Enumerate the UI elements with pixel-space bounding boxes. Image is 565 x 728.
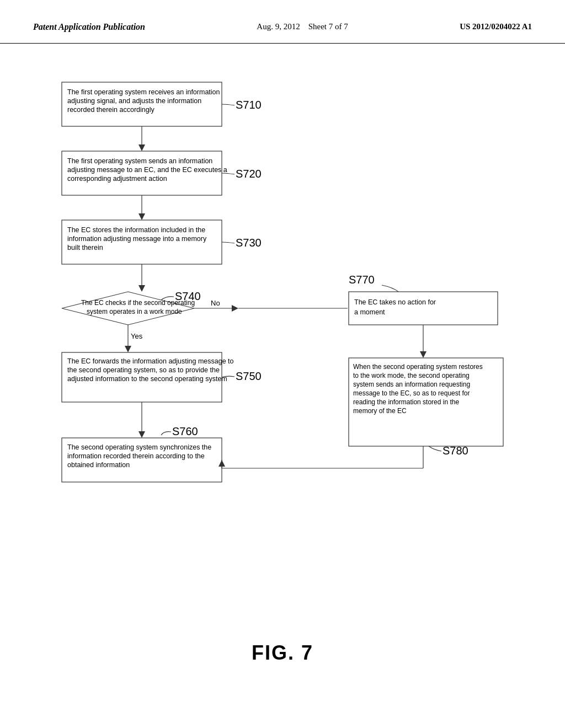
svg-text:The EC stores the information : The EC stores the information included i… bbox=[67, 226, 205, 234]
svg-text:adjusting signal, and adjusts : adjusting signal, and adjusts the inform… bbox=[67, 97, 201, 105]
diagram-area: The first operating system receives an i… bbox=[0, 44, 565, 619]
svg-text:S720: S720 bbox=[236, 168, 262, 180]
svg-text:corresponding adjustment actio: corresponding adjustment action bbox=[67, 175, 167, 183]
svg-text:S770: S770 bbox=[349, 274, 375, 286]
svg-marker-27 bbox=[125, 346, 131, 352]
svg-text:S780: S780 bbox=[443, 445, 468, 457]
header-date-sheet: Aug. 9, 2012 Sheet 7 of 7 bbox=[257, 22, 348, 31]
figure-label: FIG. 7 bbox=[0, 641, 565, 665]
svg-text:When the second operating syst: When the second operating system restore… bbox=[353, 363, 483, 371]
svg-text:information recorded therein a: information recorded therein according t… bbox=[67, 452, 205, 460]
patent-title: Patent Application Publication bbox=[33, 22, 145, 32]
svg-text:The second operating system sy: The second operating system synchronizes… bbox=[67, 443, 211, 451]
svg-text:No: No bbox=[211, 299, 220, 307]
svg-text:adjusting message to an EC, an: adjusting message to an EC, and the EC e… bbox=[67, 166, 227, 174]
patent-number: US 2012/0204022 A1 bbox=[460, 22, 532, 31]
svg-text:The EC forwards the informatio: The EC forwards the information adjustin… bbox=[67, 357, 234, 365]
svg-text:The first operating system rec: The first operating system receives an i… bbox=[67, 88, 220, 96]
svg-marker-20 bbox=[138, 285, 145, 292]
svg-text:Yes: Yes bbox=[131, 332, 143, 340]
svg-text:to the work mode, the second o: to the work mode, the second operating bbox=[353, 372, 470, 379]
svg-text:system operates in a work mode: system operates in a work mode bbox=[87, 308, 182, 315]
svg-marker-37 bbox=[138, 431, 145, 438]
svg-text:The first operating system sen: The first operating system sends an info… bbox=[67, 157, 212, 165]
svg-text:S750: S750 bbox=[236, 370, 262, 382]
svg-text:S730: S730 bbox=[236, 237, 262, 249]
svg-text:the second operating system, s: the second operating system, so as to pr… bbox=[67, 366, 220, 374]
flowchart-svg: The first operating system receives an i… bbox=[45, 71, 520, 601]
svg-text:memory of the EC: memory of the EC bbox=[353, 407, 407, 415]
svg-text:S760: S760 bbox=[172, 425, 198, 437]
svg-text:S710: S710 bbox=[236, 99, 262, 111]
svg-text:message to the EC, so as to re: message to the EC, so as to request for bbox=[353, 389, 470, 397]
flowchart: The first operating system receives an i… bbox=[45, 71, 520, 603]
svg-text:information adjusting message : information adjusting message into a mem… bbox=[67, 235, 207, 243]
svg-text:system sends an information re: system sends an information requesting bbox=[353, 381, 470, 388]
svg-text:reading the information stored: reading the information stored in the bbox=[353, 398, 459, 406]
svg-text:adjusted information to the se: adjusted information to the second opera… bbox=[67, 375, 227, 383]
svg-text:built therein: built therein bbox=[67, 244, 103, 251]
svg-marker-30 bbox=[232, 305, 238, 312]
svg-text:The EC checks if the second op: The EC checks if the second operating bbox=[81, 299, 195, 307]
svg-marker-13 bbox=[138, 213, 145, 220]
svg-marker-48 bbox=[420, 351, 427, 358]
sheet-info: Sheet 7 of 7 bbox=[308, 22, 348, 31]
svg-text:The EC takes no action for: The EC takes no action for bbox=[354, 298, 436, 306]
svg-marker-6 bbox=[138, 144, 145, 151]
page-header: Patent Application Publication Aug. 9, 2… bbox=[0, 0, 565, 44]
svg-text:a moment: a moment bbox=[354, 308, 385, 316]
svg-text:recorded therein accordingly: recorded therein accordingly bbox=[67, 106, 154, 114]
svg-text:obtained information: obtained information bbox=[67, 461, 130, 469]
publication-date: Aug. 9, 2012 bbox=[257, 22, 300, 31]
